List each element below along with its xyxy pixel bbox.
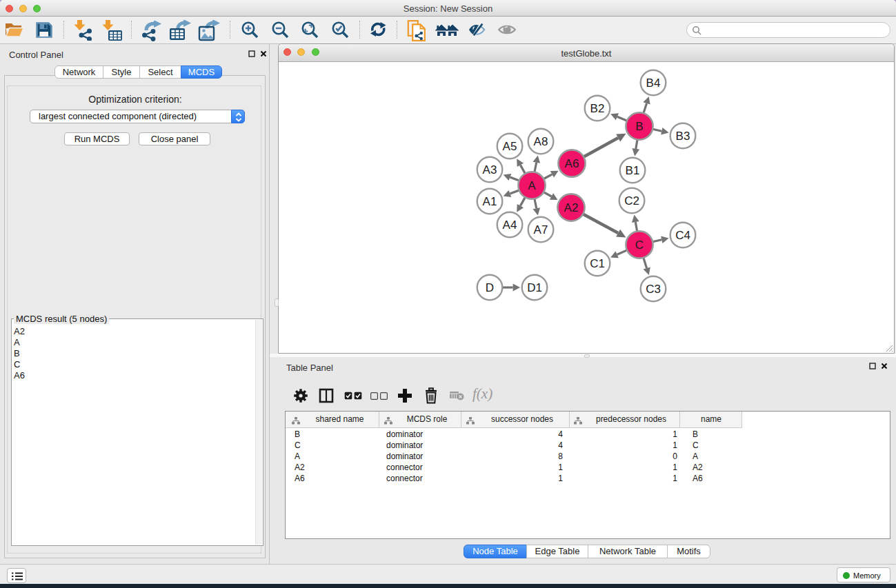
svg-text:D: D [486, 281, 494, 294]
svg-text:C4: C4 [675, 229, 690, 242]
svg-text:A7: A7 [534, 223, 548, 236]
svg-text:B: B [635, 120, 643, 133]
svg-text:A3: A3 [483, 163, 497, 176]
svg-text:B3: B3 [676, 130, 690, 143]
svg-text:C: C [635, 239, 644, 252]
svg-text:C1: C1 [590, 257, 605, 270]
svg-text:D1: D1 [527, 281, 542, 294]
svg-text:C2: C2 [624, 194, 639, 207]
svg-text:B1: B1 [626, 164, 640, 177]
svg-text:A4: A4 [503, 219, 517, 232]
svg-text:A5: A5 [503, 140, 517, 153]
svg-text:B4: B4 [646, 77, 661, 90]
svg-text:B2: B2 [590, 102, 605, 115]
svg-text:A6: A6 [565, 157, 579, 170]
svg-text:C3: C3 [646, 283, 661, 296]
svg-text:A2: A2 [564, 201, 579, 214]
svg-text:A1: A1 [483, 195, 497, 208]
svg-text:A8: A8 [534, 135, 548, 148]
svg-text:A: A [528, 179, 536, 192]
